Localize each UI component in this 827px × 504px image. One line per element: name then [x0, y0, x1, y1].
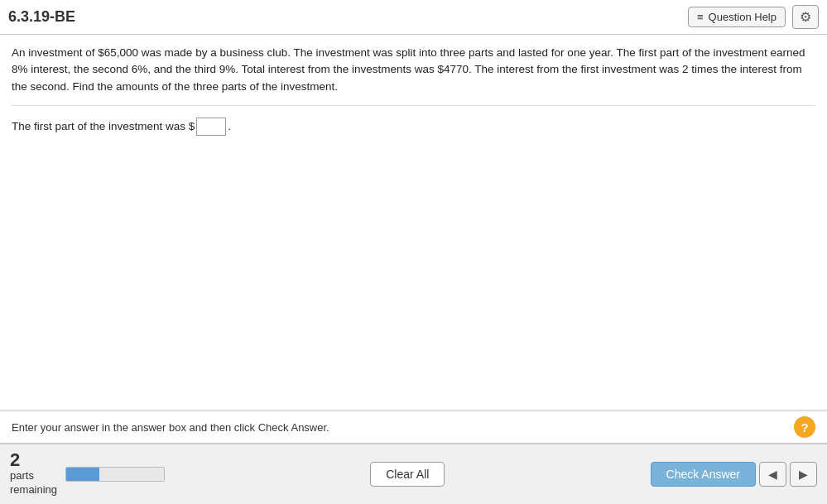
clear-all-button[interactable]: Clear All [370, 462, 445, 487]
status-text: Enter your answer in the answer box and … [12, 421, 329, 434]
footer-left: 2 parts remaining [10, 451, 165, 497]
check-answer-button[interactable]: Check Answer [651, 462, 756, 487]
parts-label: parts remaining [10, 469, 57, 497]
progress-bar [65, 467, 165, 482]
list-icon: ≡ [697, 11, 704, 23]
answer-suffix: . [228, 120, 231, 132]
gear-icon: ⚙ [800, 10, 811, 24]
footer-center: Clear All [370, 462, 445, 487]
progress-bar-empty [99, 468, 164, 481]
question-help-label: Question Help [709, 11, 777, 23]
progress-bar-filled [66, 468, 99, 481]
answer-prefix: The first part of the investment was $ [12, 120, 195, 132]
page-title: 6.3.19-BE [8, 8, 75, 26]
answer-line: The first part of the investment was $ . [12, 118, 815, 136]
answer-input[interactable] [196, 118, 226, 136]
parts-number: 2 [10, 451, 20, 469]
problem-text: An investment of $65,000 was made by a b… [12, 45, 815, 106]
parts-remaining: 2 parts remaining [10, 451, 57, 497]
help-button[interactable]: ? [794, 416, 815, 438]
help-icon: ? [801, 420, 808, 434]
question-help-button[interactable]: ≡ Question Help [688, 7, 786, 27]
next-button[interactable]: ▶ [790, 462, 817, 487]
footer-bar: 2 parts remaining Clear All Check Answer… [0, 443, 827, 504]
header: 6.3.19-BE ≡ Question Help ⚙ [0, 0, 827, 35]
previous-button[interactable]: ◀ [759, 462, 786, 487]
status-bar: Enter your answer in the answer box and … [0, 410, 827, 443]
main-content: An investment of $65,000 was made by a b… [0, 35, 827, 410]
settings-button[interactable]: ⚙ [792, 5, 819, 29]
header-right: ≡ Question Help ⚙ [688, 5, 819, 29]
footer-right: Check Answer ◀ ▶ [651, 462, 817, 487]
